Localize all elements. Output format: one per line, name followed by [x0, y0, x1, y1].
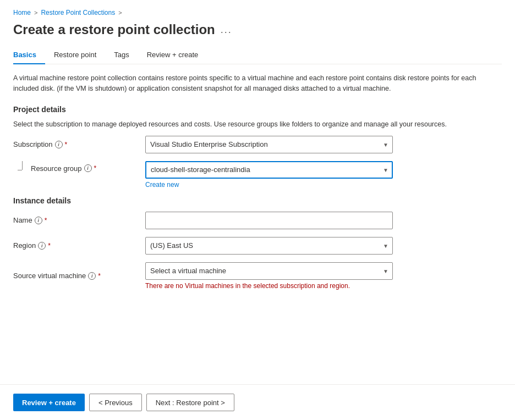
subscription-dropdown[interactable]: Visual Studio Enterprise Subscription — [145, 136, 393, 153]
region-row: Region i * (US) East US ▼ — [13, 237, 502, 255]
subscription-label: Subscription i * — [13, 140, 145, 148]
more-options-icon[interactable]: ... — [221, 24, 232, 36]
source-vm-row: Source virtual machine i * Select a virt… — [13, 262, 502, 290]
subscription-control: Visual Studio Enterprise Subscription ▼ — [145, 136, 393, 153]
resource-group-dropdown[interactable]: cloud-shell-storage-centralindia — [145, 161, 393, 179]
region-dropdown[interactable]: (US) East US — [145, 237, 393, 255]
project-details-desc: Select the subscription to manage deploy… — [13, 120, 502, 128]
subscription-dropdown-wrapper: Visual Studio Enterprise Subscription ▼ — [145, 136, 393, 153]
resource-group-dropdown-wrapper: cloud-shell-storage-centralindia ▼ — [145, 161, 393, 179]
subscription-required: * — [65, 141, 68, 148]
next-button[interactable]: Next : Restore point > — [146, 394, 234, 411]
page-description: A virtual machine restore point collecti… — [13, 73, 502, 94]
previous-button[interactable]: < Previous — [89, 394, 142, 411]
region-control: (US) East US ▼ — [145, 237, 393, 255]
name-control — [145, 212, 393, 229]
name-row: Name i * — [13, 212, 502, 229]
source-vm-error: There are no Virtual machines in the sel… — [145, 282, 393, 290]
name-required: * — [45, 217, 47, 224]
footer: Review + create < Previous Next : Restor… — [0, 384, 515, 420]
create-new-link[interactable]: Create new — [145, 181, 393, 189]
name-input[interactable] — [145, 212, 393, 229]
source-vm-control: Select a virtual machine ▼ There are no … — [145, 262, 393, 290]
subscription-info-icon[interactable]: i — [55, 141, 63, 148]
review-create-button[interactable]: Review + create — [13, 394, 85, 411]
name-label: Name i * — [13, 216, 145, 224]
resource-group-label: Resource group i * — [31, 161, 96, 173]
source-vm-info-icon[interactable]: i — [88, 272, 96, 280]
instance-details-title: Instance details — [13, 196, 502, 205]
tab-tags[interactable]: Tags — [105, 46, 138, 64]
region-required: * — [48, 242, 51, 250]
tab-restore-point[interactable]: Restore point — [45, 46, 105, 64]
region-label: Region i * — [13, 241, 145, 250]
region-dropdown-wrapper: (US) East US ▼ — [145, 237, 393, 255]
breadcrumb-home[interactable]: Home — [13, 9, 31, 16]
tab-review-create[interactable]: Review + create — [138, 46, 207, 64]
breadcrumb-sep1: > — [34, 9, 37, 16]
source-vm-dropdown[interactable]: Select a virtual machine — [145, 262, 393, 280]
breadcrumb-sep2: > — [118, 9, 122, 16]
source-vm-dropdown-wrapper: Select a virtual machine ▼ — [145, 262, 393, 280]
tab-basics[interactable]: Basics — [13, 46, 45, 64]
source-vm-label: Source virtual machine i * — [13, 272, 145, 280]
subscription-row: Subscription i * Visual Studio Enterpris… — [13, 136, 502, 153]
tab-bar: Basics Restore point Tags Review + creat… — [13, 46, 502, 64]
breadcrumb: Home > Restore Point Collections > — [13, 9, 502, 16]
resource-group-control: cloud-shell-storage-centralindia ▼ Creat… — [145, 161, 393, 189]
project-details-title: Project details — [13, 105, 502, 114]
resource-group-info-icon[interactable]: i — [84, 164, 92, 172]
source-vm-required: * — [98, 272, 101, 280]
name-info-icon[interactable]: i — [35, 217, 42, 224]
region-info-icon[interactable]: i — [38, 242, 46, 250]
resource-group-required: * — [94, 164, 97, 172]
breadcrumb-restore-point-collections[interactable]: Restore Point Collections — [41, 9, 115, 16]
page-title: Create a restore point collection — [13, 22, 215, 37]
